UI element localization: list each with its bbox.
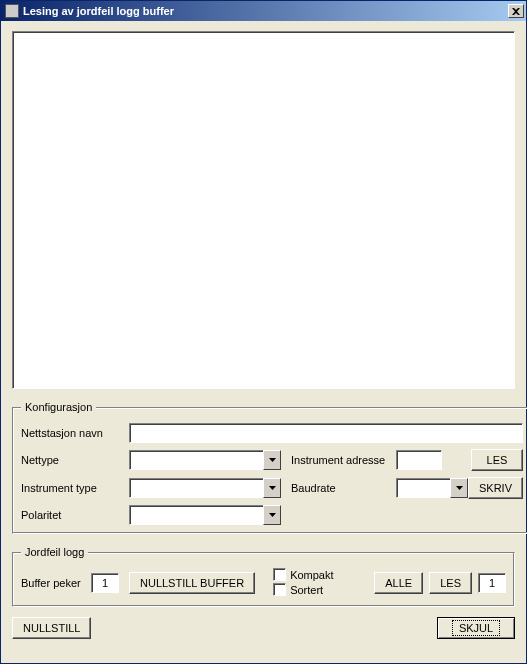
chevron-down-icon [269, 458, 276, 462]
chevron-down-icon [269, 486, 276, 490]
polaritet-combo[interactable] [129, 505, 281, 525]
skriv-button[interactable]: SKRIV [468, 477, 523, 499]
baudrate-combo[interactable] [396, 478, 468, 498]
instrument-address-label: Instrument adresse [281, 454, 396, 466]
sortert-label: Sortert [290, 584, 323, 596]
les-log-button[interactable]: LES [429, 572, 472, 594]
log-right-input[interactable] [478, 573, 506, 593]
nettype-combo[interactable] [129, 450, 281, 470]
log-legend: Jordfeil logg [21, 546, 88, 558]
kompakt-checkbox[interactable]: Kompakt [273, 568, 333, 581]
alle-button[interactable]: ALLE [374, 572, 423, 594]
instrument-type-combo[interactable] [129, 478, 281, 498]
nullstill-button[interactable]: NULLSTILL [12, 617, 91, 639]
instrument-type-dropdown-button[interactable] [263, 478, 281, 498]
instrument-address-input[interactable] [396, 450, 442, 470]
close-icon [512, 8, 520, 15]
app-icon [5, 4, 19, 18]
client-area: Konfigurasjon Nettstasjon navn Nettype I… [2, 21, 525, 662]
checkbox-stack: Kompakt Sortert [273, 568, 333, 598]
baudrate-label: Baudrate [281, 482, 396, 494]
buffer-peker-label: Buffer peker [21, 577, 91, 589]
checkbox-box [273, 568, 286, 581]
skjul-button[interactable]: SKJUL [437, 617, 515, 639]
les-config-button[interactable]: LES [471, 449, 523, 471]
nettype-value [129, 450, 263, 470]
window: Lesing av jordfeil logg buffer Konfigura… [0, 0, 527, 664]
log-group: Jordfeil logg Buffer peker NULLSTILL BUF… [12, 546, 515, 607]
nettype-dropdown-button[interactable] [263, 450, 281, 470]
chevron-down-icon [456, 486, 463, 490]
instrument-type-label: Instrument type [21, 482, 129, 494]
config-group: Konfigurasjon Nettstasjon navn Nettype I… [12, 401, 527, 534]
baudrate-dropdown-button[interactable] [450, 478, 468, 498]
nettype-label: Nettype [21, 454, 129, 466]
station-name-label: Nettstasjon navn [21, 427, 129, 439]
polaritet-dropdown-button[interactable] [263, 505, 281, 525]
log-text-area[interactable] [12, 31, 515, 389]
baudrate-value [396, 478, 450, 498]
buffer-peker-input[interactable] [91, 573, 119, 593]
close-button[interactable] [508, 4, 524, 18]
config-legend: Konfigurasjon [21, 401, 96, 413]
footer-bar: NULLSTILL SKJUL [12, 617, 515, 639]
kompakt-label: Kompakt [290, 569, 333, 581]
sortert-checkbox[interactable]: Sortert [273, 583, 333, 596]
instrument-type-value [129, 478, 263, 498]
checkbox-box [273, 583, 286, 596]
station-name-input[interactable] [129, 423, 523, 443]
polaritet-value [129, 505, 263, 525]
window-title: Lesing av jordfeil logg buffer [23, 5, 508, 17]
chevron-down-icon [269, 513, 276, 517]
titlebar: Lesing av jordfeil logg buffer [1, 1, 526, 21]
nullstill-buffer-button[interactable]: NULLSTILL BUFFER [129, 572, 255, 594]
polaritet-label: Polaritet [21, 509, 129, 521]
